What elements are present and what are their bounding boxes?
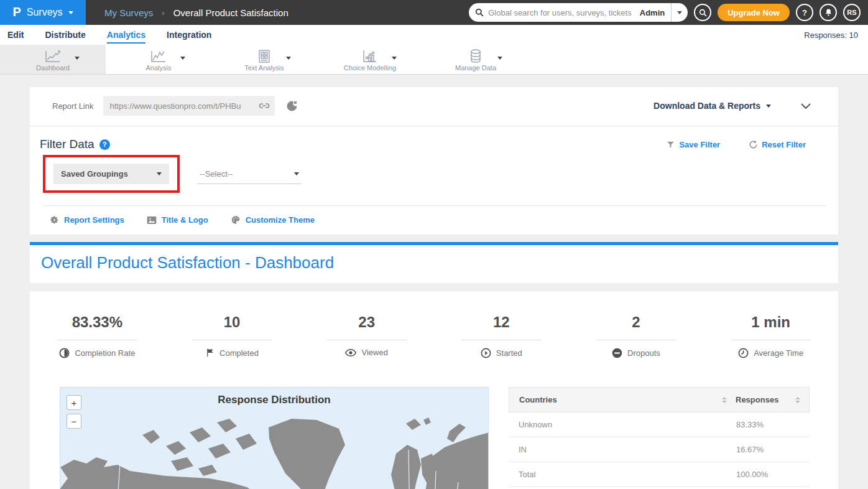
global-search-input[interactable] (488, 8, 634, 17)
caret-down-icon[interactable] (180, 57, 185, 60)
upgrade-now-button[interactable]: Upgrade Now (718, 4, 790, 21)
breadcrumb: My Surveys › Overall Product Satisfactio… (104, 7, 289, 18)
reset-filter-button[interactable]: Reset Filter (749, 140, 806, 149)
filter-select-value: --Select-- (200, 169, 233, 179)
world-map[interactable] (60, 414, 489, 489)
toolbar-manage-data[interactable]: Manage Data (423, 45, 529, 74)
title-logo-link[interactable]: Title & Logo (147, 215, 208, 225)
map-title: Response Distribution (60, 394, 488, 406)
filter-actions: Save Filter Reset Filter (667, 140, 826, 149)
save-filter-button[interactable]: Save Filter (667, 140, 720, 149)
image-icon (147, 216, 157, 225)
stat-completion-rate: 83.33% Completion Rate (30, 314, 165, 358)
help-button[interactable]: ? (796, 4, 813, 21)
download-data-reports-button[interactable]: Download Data & Reports (653, 101, 771, 111)
search-button[interactable] (694, 4, 711, 21)
palette-icon (231, 215, 241, 225)
country-cell: Unknown (519, 420, 736, 429)
clock-icon (738, 348, 749, 358)
countries-table: Countries Responses Unknown 83.33% IN 16… (509, 387, 810, 489)
stats-row: 83.33% Completion Rate 10 Completed 23 (30, 314, 838, 358)
countries-header-label: Countries (519, 395, 557, 404)
title-logo-label: Title & Logo (162, 215, 208, 225)
question-mark-icon: ? (103, 141, 107, 148)
line-chart-icon (45, 49, 61, 63)
country-cell: IN (519, 445, 736, 454)
response-distribution-map: Response Distribution + − (60, 387, 489, 489)
stat-label: Completion Rate (75, 348, 135, 358)
table-row: IN 16.67% (509, 437, 810, 462)
sort-icon[interactable] (722, 397, 727, 403)
caret-down-icon[interactable] (392, 57, 397, 60)
divider (461, 340, 541, 340)
report-settings-link[interactable]: Report Settings (50, 215, 124, 225)
annotation-highlight-box: Saved Groupings (43, 155, 180, 193)
stat-label: Started (496, 348, 522, 358)
logo-p-icon: P (12, 5, 21, 19)
stat-value: 1 min (703, 314, 838, 331)
gear-icon (50, 215, 59, 225)
stat-value: 83.33% (30, 314, 165, 331)
tab-integration[interactable]: Integration (167, 26, 211, 44)
collapse-panel-button[interactable] (801, 103, 811, 109)
stat-label: Completed (219, 348, 259, 358)
report-url-input[interactable] (109, 101, 259, 111)
analytics-toolbar: Dashboard Analysis Text Analysis (0, 45, 868, 75)
sort-icon[interactable] (795, 397, 800, 403)
breadcrumb-current: Overall Product Satisfaction (173, 7, 289, 18)
toolbar-choice-modelling[interactable]: Choice Modelling (317, 45, 423, 74)
search-icon (475, 8, 484, 17)
caret-down-icon[interactable] (497, 57, 502, 60)
bell-icon (824, 8, 833, 17)
map-zoom-in-button[interactable]: + (67, 395, 81, 410)
play-circle-icon (481, 348, 491, 358)
divider (596, 340, 676, 340)
avatar-initials: RS (847, 9, 856, 16)
global-search: Admin (469, 3, 688, 22)
toolbar-label: Dashboard (36, 64, 70, 72)
filter-help-button[interactable]: ? (99, 139, 110, 150)
search-scope-dropdown[interactable] (672, 3, 688, 22)
stat-label: Dropouts (627, 348, 660, 358)
toolbar-dashboard[interactable]: Dashboard (0, 45, 106, 74)
customize-theme-link[interactable]: Customize Theme (231, 215, 315, 225)
toolbar-text-analysis[interactable]: Text Analysis (211, 45, 317, 74)
caret-down-icon (68, 11, 73, 14)
stat-average-time: 1 min Average Time (703, 314, 838, 358)
filter-select[interactable]: --Select-- (197, 164, 302, 184)
eye-icon (345, 348, 356, 357)
questionpro-logo[interactable]: P Surveys (0, 0, 86, 25)
product-switcher-label: Surveys (27, 7, 63, 18)
toolbar-label: Manage Data (455, 64, 496, 72)
caret-down-icon[interactable] (286, 57, 291, 60)
saved-groupings-select[interactable]: Saved Groupings (53, 164, 169, 184)
caret-down-icon[interactable] (75, 57, 80, 60)
search-icon (699, 9, 707, 17)
search-scope-label[interactable]: Admin (634, 8, 671, 17)
minus-circle-icon (612, 348, 622, 358)
divider (327, 340, 407, 340)
report-link-row: Report Link Download Data & Reports (30, 87, 838, 126)
toolbar-analysis[interactable]: Analysis (106, 45, 211, 74)
stat-started: 12 Started (434, 314, 569, 358)
notifications-button[interactable] (820, 4, 837, 21)
country-cell: Total (519, 470, 736, 479)
breadcrumb-separator: › (162, 8, 164, 17)
filter-selects-row: Saved Groupings --Select-- (30, 151, 838, 200)
funnel-icon (667, 141, 675, 149)
link-icon[interactable] (259, 102, 270, 109)
tab-distribute[interactable]: Distribute (45, 26, 85, 44)
avatar[interactable]: RS (843, 4, 861, 21)
responses-cell: 16.67% (736, 445, 801, 454)
caret-down-icon (766, 105, 771, 108)
stat-label: Average Time (754, 348, 803, 358)
survey-tab-bar: Edit Distribute Analytics Integration Re… (0, 25, 868, 45)
responses-header-label: Responses (736, 395, 778, 404)
countries-table-header: Countries Responses (509, 387, 810, 412)
responses-cell: 100.00% (736, 470, 801, 479)
tab-analytics[interactable]: Analytics (107, 26, 145, 44)
breadcrumb-my-surveys[interactable]: My Surveys (104, 7, 153, 18)
divider (731, 340, 811, 340)
share-report-icon[interactable] (286, 100, 298, 112)
tab-edit[interactable]: Edit (7, 26, 24, 44)
